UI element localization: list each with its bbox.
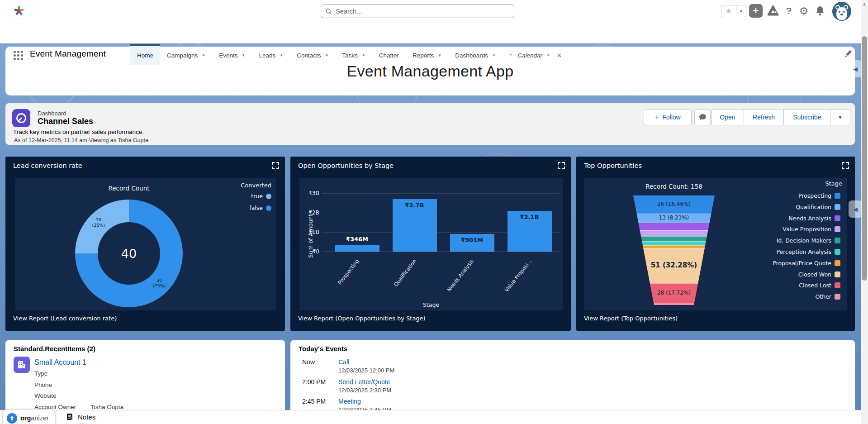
funnel-segment-perception-analysis[interactable] (633, 241, 715, 245)
feed-chat-button[interactable] (694, 109, 711, 125)
user-avatar[interactable] (832, 2, 851, 21)
legend-item-false[interactable]: false (249, 205, 271, 211)
legend-color-chip (835, 282, 840, 288)
nav-tabs: HomeCampaigns▼Events▼Leads▼Contacts▼Task… (130, 44, 569, 65)
trailhead-icon[interactable] (766, 4, 780, 18)
organizer-extension-pill[interactable]: organizer (3, 409, 55, 424)
event-time: 2:00 PM (302, 378, 326, 386)
collapse-panel-button-top[interactable]: ◀ (849, 60, 862, 77)
legend-item-value-proposition[interactable]: Value Proposition (783, 226, 840, 233)
chevron-down-icon[interactable]: ▼ (492, 53, 496, 57)
tab-label: Home (137, 52, 153, 59)
legend-item-perception-analysis[interactable]: Perception Analysis (776, 248, 840, 255)
favorite-star-icon[interactable]: ★ (721, 5, 736, 17)
legend-color-dot (266, 205, 271, 211)
legend-item-true[interactable]: true (251, 193, 271, 200)
funnel-label: 28 (17.72%) (633, 290, 715, 296)
notes-icon (66, 413, 74, 421)
field-label-website: Website (34, 392, 57, 399)
notes-tab[interactable]: Notes (66, 413, 95, 421)
expand-icon[interactable] (272, 162, 279, 169)
tab-home[interactable]: Home (130, 44, 160, 65)
legend-item-prospecting[interactable]: Prospecting (798, 192, 840, 199)
funnel-segment-value-proposition[interactable] (633, 230, 715, 237)
open-button[interactable]: Open (711, 110, 744, 125)
help-icon[interactable]: ? (783, 4, 795, 18)
search-input[interactable] (336, 8, 509, 15)
org-logo-image (13, 5, 25, 17)
legend-item-proposal-price-quote[interactable]: Proposal/Price Quote (773, 260, 840, 267)
tab-contacts[interactable]: Contacts▼ (290, 44, 335, 65)
legend-item-other[interactable]: Other (816, 293, 841, 300)
bar-prospecting[interactable] (335, 245, 379, 252)
x-category-label: Qualification (393, 258, 418, 288)
close-tab-icon[interactable]: ✕ (557, 52, 562, 59)
favorites-dropdown-icon[interactable]: ▼ (736, 5, 746, 17)
todays-events-header: Today's Events (299, 345, 347, 353)
field-label-phone: Phone (34, 381, 52, 388)
setup-gear-icon[interactable]: ⚙ (797, 4, 811, 18)
tab-dashboards[interactable]: Dashboards▼ (448, 44, 503, 65)
card-open-opportunities-by-stage: Open Opportunities by Stage Sum of Amoun… (290, 157, 571, 331)
tab-chatter[interactable]: Chatter (372, 44, 406, 65)
global-actions-plus-icon[interactable]: + (749, 4, 763, 18)
favorites-button-group: ★ ▼ (721, 5, 746, 17)
view-report-link[interactable]: View Report (Open Opportunities by Stage… (298, 315, 426, 322)
expand-icon[interactable] (842, 162, 849, 169)
bar-value-label: ₹2.1B (508, 214, 552, 220)
tab-leads[interactable]: Leads▼ (252, 44, 290, 65)
funnel-segment-other[interactable] (633, 303, 715, 305)
field-value: Tisha Gupta (90, 404, 123, 410)
view-report-link[interactable]: View Report (Top Opportunities) (584, 315, 678, 322)
chevron-down-icon[interactable]: ▼ (202, 53, 205, 57)
global-search[interactable] (321, 5, 514, 18)
tab-calendar[interactable]: *Calendar▼✕ (503, 44, 569, 65)
card-title: Top Opportunities (584, 162, 642, 169)
chevron-down-icon[interactable]: ▼ (362, 53, 365, 57)
tab-events[interactable]: Events▼ (212, 44, 252, 65)
dashboard-title: Channel Sales (38, 117, 93, 126)
more-actions-dropdown-icon[interactable]: ▼ (830, 110, 850, 125)
edit-nav-pencil-icon[interactable] (844, 49, 855, 60)
event-link-meeting[interactable]: Meeting (338, 398, 361, 405)
event-link-call[interactable]: Call (338, 358, 349, 366)
follow-button[interactable]: + Follow (644, 109, 692, 125)
funnel-chart[interactable] (633, 195, 715, 305)
recent-item-link[interactable]: Small Account 1 (34, 358, 86, 367)
app-launcher-waffle-icon[interactable] (14, 51, 23, 60)
chevron-down-icon[interactable]: ▼ (325, 53, 328, 57)
chevron-down-icon[interactable]: ▼ (546, 53, 550, 57)
bottom-utility-bar: s Notes (0, 410, 861, 424)
page-scrollbar-thumb[interactable] (862, 36, 867, 281)
chevron-down-icon[interactable]: ▼ (438, 53, 441, 57)
recent-items-card: Standard.RecentItems (2) Small Account 1… (5, 340, 285, 411)
tab-label: Tasks (342, 52, 358, 59)
tab-tasks[interactable]: Tasks▼ (335, 44, 372, 65)
app-name: Event Management (30, 49, 106, 59)
legend-item-needs-analysis[interactable]: Needs Analysis (788, 215, 840, 222)
expand-icon[interactable] (558, 162, 565, 169)
event-datetime: 12/03/2025 12:00 PM (338, 367, 394, 374)
scrollbar-up-arrow[interactable]: ▲ (862, 1, 867, 6)
notifications-bell-icon[interactable] (813, 4, 827, 18)
legend-item-qualification[interactable]: Qualification (796, 204, 840, 210)
event-link-send-letter-quote[interactable]: Send Letter/Quote (338, 378, 390, 386)
legend-item-id-decision-makers[interactable]: Id. Decision Makers (777, 237, 840, 244)
chevron-down-icon[interactable]: ▼ (242, 53, 246, 57)
funnel-segment-needs-analysis[interactable] (633, 223, 715, 230)
y-tick-label: ₹1B (299, 229, 319, 235)
subscribe-button[interactable]: Subscribe (783, 110, 830, 125)
chevron-down-icon[interactable]: ▼ (280, 53, 283, 57)
tab-reports[interactable]: Reports▼ (406, 44, 448, 65)
legend-item-closed-won[interactable]: Closed Won (798, 271, 840, 278)
bar-value-label: ₹346M (335, 236, 379, 243)
legend-item-closed-lost[interactable]: Closed Lost (799, 282, 840, 289)
x-category-label: Prospecting (337, 258, 360, 286)
refresh-button[interactable]: Refresh (744, 110, 784, 125)
tab-campaigns[interactable]: Campaigns▼ (160, 44, 212, 65)
org-logo (11, 3, 27, 19)
funnel-segment-id-decision-makers[interactable] (633, 236, 715, 241)
collapse-panel-button-bottom[interactable]: ◀ (849, 200, 862, 218)
view-report-link[interactable]: View Report (Lead conversion rate) (13, 315, 117, 322)
tab-label: Contacts (297, 52, 321, 59)
